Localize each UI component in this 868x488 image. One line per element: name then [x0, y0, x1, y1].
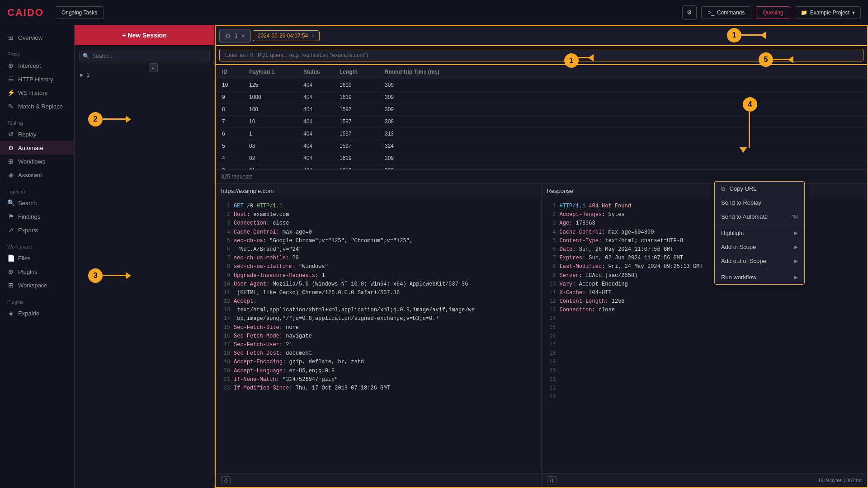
- response-line: 3Age: 178963: [545, 219, 863, 228]
- tab-id-label: 1: [235, 33, 238, 39]
- cell-status: 404: [301, 91, 337, 103]
- tab-close-button[interactable]: ×: [241, 33, 245, 39]
- context-menu-add-out-scope[interactable]: Add out of Scope ▶: [715, 254, 804, 268]
- request-line: 4Cache-Control: max-age=0: [219, 228, 538, 237]
- cell-rtt: 309: [382, 152, 863, 164]
- sidebar-item-replay[interactable]: ↺ Replay: [0, 127, 74, 141]
- table-row[interactable]: 3 01 404 1619 308: [216, 164, 867, 169]
- request-line: 5sec-ch-ua: "Google Chrome";v="125", "Ch…: [219, 237, 538, 245]
- tab-date-close[interactable]: ×: [311, 33, 315, 39]
- sidebar-item-ws-history[interactable]: ⚡ WS History: [0, 86, 74, 99]
- response-line: 11X-Cache: 404-HIT: [545, 289, 863, 297]
- request-table: ID Payload 1 Status Length Round-trip Ti…: [216, 65, 867, 169]
- workspace-icon: ⊞: [7, 282, 14, 289]
- response-format-button[interactable]: {}: [547, 476, 557, 484]
- request-pane-content[interactable]: 1GET /0 HTTP/1.12Host: example.com3Conne…: [216, 198, 541, 473]
- table-row[interactable]: 5 03 404 1597 324: [216, 140, 867, 152]
- cell-rtt: 308: [382, 164, 863, 169]
- httpql-input[interactable]: [219, 49, 863, 61]
- col-payload: Payload 1: [246, 65, 301, 79]
- table-row[interactable]: 10 125 404 1619 309: [216, 79, 867, 91]
- request-line: 13 text/html,application/xhtml+xml,appli…: [219, 306, 538, 314]
- tabs-bar: ⚙ 1 × 2024-05-26 04:07:54 ×: [216, 26, 867, 46]
- queuing-button[interactable]: Queuing: [756, 6, 790, 19]
- context-menu-run-workflow[interactable]: Run workflow ▶: [715, 270, 804, 284]
- sidebar-item-automate[interactable]: ⚙ Automate: [0, 141, 74, 155]
- table-row[interactable]: 6 1 404 1597 313: [216, 128, 867, 140]
- table-row[interactable]: 4 02 404 1619 309: [216, 152, 867, 164]
- request-line: 6 "Not.A/Brand";v="24": [219, 245, 538, 254]
- context-menu-send-replay[interactable]: Send to Replay: [715, 196, 804, 210]
- ongoing-tasks-button[interactable]: Ongoing Tasks: [55, 6, 104, 19]
- sidebar-section-logging: Logging 🔍 Search ⚑ Findings ↗ Exports: [0, 183, 74, 239]
- sidebar-item-match-replace[interactable]: ✎ Match & Replace: [0, 99, 74, 113]
- session-search-container: 🔍: [75, 45, 214, 67]
- project-button[interactable]: 📁 Example Project ▾: [795, 6, 861, 19]
- request-line: 2Host: example.com: [219, 211, 538, 219]
- sidebar-item-overview[interactable]: ⊞ Overview: [0, 31, 74, 44]
- response-line: 6Date: Sun, 26 May 2024 11:07:56 GMT: [545, 245, 863, 254]
- cell-length: 1619: [337, 91, 382, 103]
- sidebar-item-search[interactable]: 🔍 Search: [0, 196, 74, 210]
- plugins-section-label: Plugins: [0, 296, 74, 306]
- gear-button[interactable]: ⚙: [682, 5, 697, 20]
- search-icon: 🔍: [7, 199, 14, 206]
- proxy-section-label: Proxy: [0, 48, 74, 59]
- sidebar-item-http-history[interactable]: ☰ HTTP History: [0, 72, 74, 86]
- sidebar-section-top: ⊞ Overview: [0, 29, 74, 46]
- tab-item-1[interactable]: ⚙ 1 ×: [219, 29, 251, 42]
- table-row[interactable]: 9 1000 404 1619 309: [216, 91, 867, 103]
- add-out-scope-arrow-icon: ▶: [794, 258, 798, 263]
- cell-id: 5: [219, 140, 246, 152]
- logo-text: CAIDO: [7, 7, 44, 19]
- response-line: 9Server: ECAcc (sac/2558): [545, 272, 863, 280]
- plugins-icon: ⊕: [7, 268, 14, 275]
- request-format-button[interactable]: {}: [221, 476, 231, 484]
- response-status-bar: 1619 bytes | 307ms: [818, 478, 861, 483]
- sidebar-item-intercept[interactable]: ⊕ Intercept: [0, 59, 74, 72]
- session-search-input[interactable]: [79, 50, 210, 62]
- table-row[interactable]: 7 10 404 1597 308: [216, 116, 867, 128]
- ws-history-icon: ⚡: [7, 89, 14, 96]
- response-line: 5Content-Type: text/html; charset=UTF-8: [545, 237, 863, 245]
- response-line: 18: [545, 349, 863, 358]
- response-line: 22: [545, 384, 863, 393]
- cell-payload: 03: [246, 140, 301, 152]
- cell-id: 4: [219, 152, 246, 164]
- sidebar-item-exports[interactable]: ↗ Exports: [0, 223, 74, 237]
- chevron-down-icon: ▾: [852, 9, 855, 16]
- request-line: 15Sec-Fetch-Site: none: [219, 324, 538, 332]
- session-tree-item-1[interactable]: ▶ 1: [75, 69, 214, 81]
- sidebar-item-workspace[interactable]: ⊞ Workspace: [0, 278, 74, 292]
- context-menu-add-in-scope[interactable]: Add in Scope ▶: [715, 240, 804, 254]
- request-pane-footer: {}: [216, 473, 541, 487]
- context-menu-sep-1: [715, 225, 804, 225]
- cell-rtt: 313: [382, 128, 863, 140]
- sidebar-item-plugins[interactable]: ⊕ Plugins: [0, 265, 74, 278]
- response-pane-content[interactable]: 1HTTP/1.1 404 Not Found2Accept-Ranges: b…: [542, 198, 867, 473]
- new-session-button[interactable]: + New Session: [75, 25, 214, 45]
- sidebar-item-files[interactable]: 📄 Files: [0, 251, 74, 265]
- copy-icon: ⧉: [721, 186, 725, 192]
- files-icon: 📄: [7, 254, 14, 262]
- sidebar-item-findings[interactable]: ⚑ Findings: [0, 210, 74, 223]
- context-menu-send-automate[interactable]: Send to Automate ^M: [715, 210, 804, 224]
- request-line: 16Sec-Fetch-Mode: navigate: [219, 332, 538, 341]
- replay-icon: ↺: [7, 131, 14, 138]
- sidebar-item-workflows[interactable]: ⊞ Workflows: [0, 155, 74, 168]
- request-line: 14 bp,image/apng,*/*;q=0.8,application/s…: [219, 314, 538, 323]
- cell-length: 1619: [337, 79, 382, 91]
- table-header: ID Payload 1 Status Length Round-trip Ti…: [216, 65, 867, 79]
- context-menu-copy-url[interactable]: ⧉ Copy URL: [715, 182, 804, 196]
- sidebar-item-assistant[interactable]: ◈ Assistant: [0, 168, 74, 182]
- sidebar-collapse-button[interactable]: «: [149, 63, 158, 72]
- response-line: 15: [545, 324, 863, 332]
- commands-button[interactable]: >_ Commands: [701, 6, 751, 19]
- findings-icon: ⚑: [7, 213, 14, 220]
- logging-section-label: Logging: [0, 185, 74, 196]
- sidebar-section-testing: Testing ↺ Replay ⚙ Automate ⊞ Workflows …: [0, 115, 74, 183]
- context-menu-highlight[interactable]: Highlight ▶: [715, 226, 804, 240]
- table-row[interactable]: 8 100 404 1597 309: [216, 103, 867, 116]
- response-line: 2Accept-Ranges: bytes: [545, 211, 863, 219]
- sidebar-item-expaido[interactable]: ◈ Expaido: [0, 306, 74, 320]
